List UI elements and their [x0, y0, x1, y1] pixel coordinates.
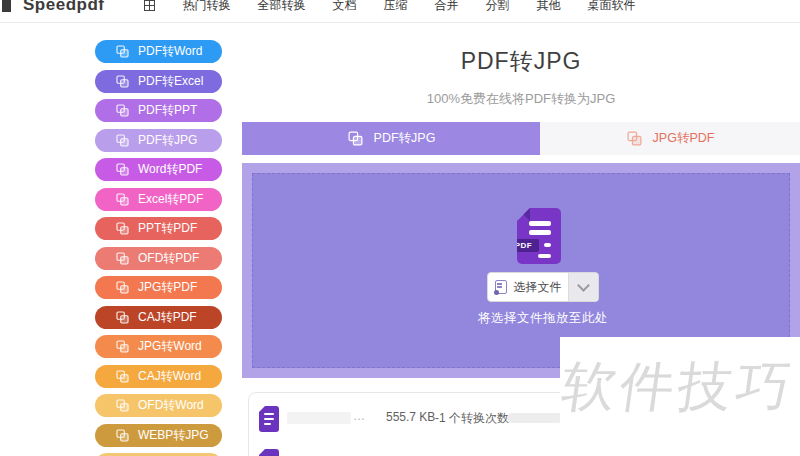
sidebar-button-label: OFD转PDF [138, 250, 199, 267]
convert-pages-icon [116, 340, 129, 353]
sidebar-button-label: OFD转Word [138, 397, 204, 414]
page-subtitle: 100%免费在线将PDF转换为JPG [242, 90, 800, 108]
tab-label: PDF转JPG [374, 130, 436, 147]
sidebar-conversion-button[interactable]: PPT转PDF [95, 217, 222, 240]
convert-pages-icon [116, 399, 129, 412]
sidebar-conversion-button[interactable]: Excel转PDF [95, 188, 222, 211]
convert-pages-icon [347, 131, 364, 146]
tab-pdf-to-jpg[interactable]: PDF转JPG [242, 122, 540, 155]
pdf-file-icon: PDF [517, 208, 561, 264]
nav-item[interactable]: 分割 [485, 0, 509, 14]
sidebar-button-label: PDF转Word [138, 43, 202, 60]
pdf-file-type-icon [259, 449, 279, 456]
sidebar-conversion-button[interactable]: PDF转Word [95, 40, 222, 63]
chevron-down-icon [577, 279, 590, 292]
filename-ellipsis: … [353, 409, 365, 423]
convert-pages-icon [626, 131, 643, 146]
sidebar-button-label: PDF转JPG [138, 132, 197, 149]
nav-item[interactable]: 全部转换 [257, 0, 305, 14]
page-title: PDF转JPG [242, 46, 800, 77]
sidebar-conversion-button[interactable]: Word转PDF [95, 158, 222, 181]
sidebar-button-label: Excel转PDF [138, 191, 203, 208]
sidebar-button-label: PPT转PDF [138, 220, 197, 237]
convert-pages-icon [116, 45, 129, 58]
file-size: 555.7 KB [386, 410, 435, 424]
convert-pages-icon [116, 163, 129, 176]
sidebar-conversion-button[interactable]: PDF转Excel [95, 70, 222, 93]
drop-hint-text: 将选择文件拖放至此处 [478, 310, 608, 327]
nav-item[interactable]: 文档 [332, 0, 356, 14]
convert-pages-icon [116, 75, 129, 88]
convert-pages-icon [116, 281, 129, 294]
watermark-text: 软件技巧 [560, 351, 799, 424]
document-icon [495, 280, 507, 294]
conversion-count: -1 个转换次数 [435, 410, 509, 427]
pdf-file-type-icon [259, 406, 279, 432]
tab-jpg-to-pdf[interactable]: JPG转PDF [540, 122, 800, 155]
sidebar-conversion-button[interactable]: PDF转PPT [95, 99, 222, 122]
sidebar-conversion-button[interactable]: CAJ转PDF [95, 306, 222, 329]
nav-item[interactable]: 其他 [536, 0, 560, 14]
logo-icon [2, 0, 11, 12]
sidebar-button-label: JPG转PDF [138, 279, 197, 296]
sidebar-button-label: PDF转PPT [138, 102, 197, 119]
sidebar-button-label: Word转PDF [138, 161, 202, 178]
convert-pages-icon [116, 429, 129, 442]
convert-pages-icon [116, 104, 129, 117]
watermark-overlay: 软件技巧 [560, 337, 800, 456]
convert-pages-icon [116, 252, 129, 265]
tab-label: JPG转PDF [653, 130, 715, 147]
sidebar-button-label: JPG转Word [138, 338, 202, 355]
sidebar-conversion-button[interactable]: WEBP转JPG [95, 424, 222, 447]
select-file-dropdown[interactable] [568, 273, 598, 301]
logo[interactable]: Speedpdf [23, 0, 104, 15]
top-nav-items: 热门转换全部转换文档压缩合并分割其他桌面软件 [182, 0, 635, 14]
sidebar-button-label: CAJ转PDF [138, 309, 197, 326]
sidebar-conversion-button[interactable]: PDF转JPG [95, 129, 222, 152]
nav-item[interactable]: 桌面软件 [587, 0, 635, 14]
top-header: Speedpdf 热门转换全部转换文档压缩合并分割其他桌面软件 [0, 0, 800, 23]
nav-item[interactable]: 压缩 [383, 0, 407, 14]
select-file-label: 选择文件 [514, 279, 562, 296]
sidebar-conversion-button[interactable]: CAJ转Word [95, 365, 222, 388]
grid-icon [144, 0, 155, 11]
sidebar-button-label: WEBP转JPG [138, 427, 209, 444]
top-nav: 热门转换全部转换文档压缩合并分割其他桌面软件 [144, 0, 635, 14]
redacted-progress [507, 413, 563, 423]
conversion-tabs: PDF转JPG JPG转PDF [242, 122, 800, 155]
sidebar-button-label: CAJ转Word [138, 368, 201, 385]
select-file-button[interactable]: 选择文件 [487, 272, 599, 302]
redacted-filename [287, 412, 351, 424]
sidebar-button-label: PDF转Excel [138, 73, 203, 90]
sidebar-conversion-button[interactable]: OFD转Word [95, 394, 222, 417]
convert-pages-icon [116, 222, 129, 235]
convert-pages-icon [116, 311, 129, 324]
conversion-sidebar: PDF转Word PDF转Excel PDF转PPT PDF转JPG [95, 40, 222, 456]
sidebar-conversion-button[interactable]: JPG转Word [95, 335, 222, 358]
convert-pages-icon [116, 370, 129, 383]
convert-pages-icon [116, 193, 129, 206]
sidebar-conversion-button[interactable]: OFD转PDF [95, 247, 222, 270]
sidebar-conversion-button[interactable]: JPG转PDF [95, 276, 222, 299]
nav-item[interactable]: 合并 [434, 0, 458, 14]
nav-item[interactable]: 热门转换 [182, 0, 230, 14]
convert-pages-icon [116, 134, 129, 147]
